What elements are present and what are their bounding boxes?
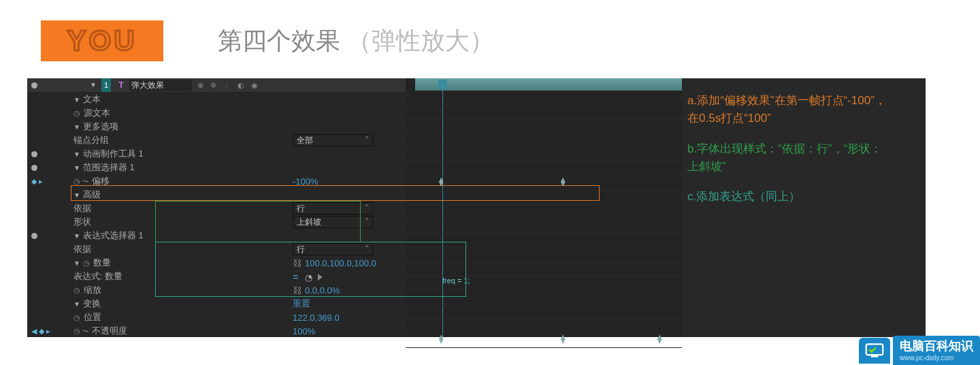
watermark-icon bbox=[859, 338, 890, 364]
watermark: 电脑百科知识 www.pc-daily.com bbox=[859, 336, 980, 365]
twirl-icon[interactable]: ▼ bbox=[74, 259, 80, 267]
based-on-value: 行 bbox=[297, 203, 305, 215]
twirl-icon[interactable]: ▼ bbox=[74, 300, 80, 308]
amount-label: 数量 bbox=[93, 257, 111, 269]
layer-index: 1 bbox=[101, 78, 111, 92]
twirl-icon[interactable]: ▼ bbox=[74, 150, 80, 158]
shy-icon[interactable]: ⊕ bbox=[197, 78, 203, 92]
link-icon[interactable]: ⛓ bbox=[293, 258, 301, 268]
keyframe-icon[interactable] bbox=[657, 334, 665, 342]
title-main: 第四个效果 bbox=[218, 27, 340, 54]
twirl-icon[interactable]: ▼ bbox=[74, 232, 80, 240]
scale-value[interactable]: 0.0,0.0% bbox=[305, 285, 340, 296]
stopwatch-icon[interactable]: ◷ ⤳ bbox=[74, 327, 88, 336]
note-c: c.添加表达式（同上） bbox=[687, 188, 892, 206]
offset-label: 偏移 bbox=[92, 175, 110, 187]
layer-type-icon: T bbox=[118, 78, 124, 92]
page-title: 第四个效果 （弹性放大） bbox=[218, 25, 494, 58]
opacity-label: 不透明度 bbox=[92, 325, 127, 337]
layer-switches[interactable] bbox=[27, 82, 74, 89]
frame-blend-icon[interactable]: ◐ bbox=[238, 78, 244, 92]
based-on-label-2: 依据 bbox=[74, 243, 91, 255]
anchor-group-value: 全部 bbox=[297, 135, 313, 146]
advanced-label: 高级 bbox=[83, 189, 101, 201]
amount-expr-label: 表达式: 数量 bbox=[74, 270, 122, 283]
stopwatch-icon[interactable]: ◷ bbox=[74, 313, 80, 322]
offset-value[interactable]: -100% bbox=[293, 176, 318, 187]
twirl-icon[interactable]: ▼ bbox=[74, 123, 80, 131]
logo-text: YOU bbox=[67, 25, 137, 57]
visibility-icon[interactable] bbox=[31, 165, 37, 171]
expression-selector-label: 表达式选择器 1 bbox=[83, 229, 144, 242]
visibility-icon[interactable] bbox=[31, 233, 37, 239]
scale-label: 缩放 bbox=[84, 284, 101, 296]
twirl-icon[interactable]: ▼ bbox=[74, 164, 80, 172]
text-group-label: 文本 bbox=[83, 93, 101, 106]
svg-rect-1 bbox=[871, 355, 879, 358]
based-on-label: 依据 bbox=[74, 202, 91, 215]
stopwatch-icon[interactable]: ◷ ⤳ bbox=[74, 177, 88, 186]
watermark-line1: 电脑百科知识 bbox=[900, 338, 973, 354]
expression-text[interactable]: freq = 1; bbox=[442, 276, 470, 285]
stopwatch-icon[interactable]: ◷ bbox=[74, 109, 80, 118]
logo: YOU bbox=[41, 20, 163, 61]
animator-label: 动画制作工具 1 bbox=[83, 148, 144, 160]
reset-button[interactable]: 重置 bbox=[293, 298, 310, 308]
expression-graph-icon[interactable]: ◔ bbox=[305, 272, 312, 283]
based-on-dropdown[interactable]: 行 bbox=[293, 202, 373, 215]
visibility-icon[interactable] bbox=[31, 151, 37, 157]
keyframe-icon[interactable] bbox=[561, 176, 568, 185]
anchor-group-dropdown[interactable]: 全部 bbox=[293, 134, 373, 146]
expression-enable-icon[interactable]: = bbox=[293, 271, 299, 283]
amount-value[interactable]: 100.0,100.0,100.0 bbox=[305, 258, 376, 268]
layer-duration-bar[interactable] bbox=[415, 78, 682, 91]
shape-value: 上斜坡 bbox=[297, 217, 321, 228]
shape-dropdown[interactable]: 上斜坡 bbox=[293, 216, 373, 228]
fx-icon[interactable]: ✲ bbox=[210, 78, 216, 92]
anchor-group-label: 锚点分组 bbox=[74, 134, 109, 146]
transform-label: 变换 bbox=[83, 298, 101, 310]
title-sub: （弹性放大） bbox=[347, 27, 494, 54]
page-header: YOU 第四个效果 （弹性放大） bbox=[0, 0, 980, 78]
layer-switch-icons[interactable]: ⊕ ✲ / ◐ ◉ bbox=[197, 78, 258, 92]
more-options-label: 更多选项 bbox=[83, 121, 118, 133]
note-a: a.添加“偏移效果”在第一帧打点“-100”，在0.5s打点“100” bbox=[687, 92, 892, 128]
based-on-value-2: 行 bbox=[297, 244, 305, 255]
twirl-icon[interactable]: ▼ bbox=[74, 96, 80, 104]
annotation-notes: a.添加“偏移效果”在第一帧打点“-100”，在0.5s打点“100” b.字体… bbox=[687, 92, 892, 206]
timeline-area[interactable]: freq = 1; bbox=[406, 78, 682, 337]
keyframe-nav-icon[interactable]: ◆ ▸ bbox=[31, 177, 43, 186]
layer-name-input[interactable] bbox=[129, 80, 192, 91]
keyframe-icon[interactable] bbox=[561, 334, 568, 342]
twirl-icon[interactable]: ▼ bbox=[74, 191, 80, 199]
position-value[interactable]: 122.0,369.0 bbox=[293, 313, 340, 323]
based-on-dropdown-2[interactable]: 行 bbox=[293, 243, 373, 255]
twirl-icon[interactable]: ▼ bbox=[90, 78, 97, 92]
expression-language-icon[interactable] bbox=[318, 274, 323, 281]
keyframe-icon[interactable] bbox=[439, 176, 446, 185]
stopwatch-icon[interactable]: ◷ bbox=[74, 286, 80, 295]
keyframe-icon[interactable] bbox=[439, 334, 446, 342]
motion-blur-icon[interactable]: ◉ bbox=[251, 78, 258, 92]
watermark-text: 电脑百科知识 www.pc-daily.com bbox=[893, 336, 980, 365]
shape-label: 形状 bbox=[74, 216, 91, 228]
opacity-value[interactable]: 100% bbox=[293, 326, 315, 336]
note-b: b.字体出现样式：“依据：行”，“形状：上斜坡” bbox=[687, 140, 892, 176]
link-icon[interactable]: ⛓ bbox=[293, 285, 301, 296]
range-selector-label: 范围选择器 1 bbox=[83, 161, 135, 174]
stopwatch-icon[interactable]: ◷ bbox=[83, 259, 90, 268]
source-text-label: 源文本 bbox=[84, 107, 110, 119]
visibility-icon[interactable] bbox=[31, 82, 37, 89]
keyframe-nav-icon[interactable]: ◀ ◆ ▸ bbox=[31, 327, 50, 336]
watermark-line2: www.pc-daily.com bbox=[900, 354, 973, 362]
ae-timeline-panel: ▼ 1 T ⊕ ✲ / ◐ ◉ 无 ▼文本 动画: ◉ bbox=[27, 78, 682, 337]
position-label: 位置 bbox=[84, 311, 101, 323]
